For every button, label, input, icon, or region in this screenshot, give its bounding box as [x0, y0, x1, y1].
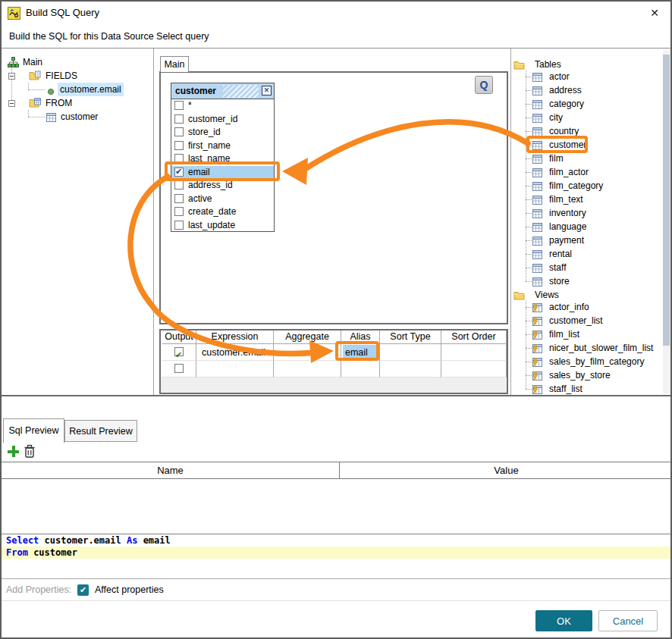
- sql-line-2[interactable]: From customer: [2, 547, 672, 559]
- view-label-actor_info[interactable]: actor_info: [549, 300, 589, 314]
- column-divider[interactable]: [339, 462, 340, 479]
- tree-item-table-actor[interactable]: actor: [511, 70, 663, 83]
- grid-header-sort-type[interactable]: Sort Type: [380, 330, 441, 344]
- tree-item-table-rental[interactable]: rental: [511, 247, 663, 261]
- view-label-nicer_but_slower_film_list[interactable]: nicer_but_slower_film_list: [549, 341, 653, 355]
- table-label-rental[interactable]: rental: [549, 247, 572, 261]
- grid-header-expression[interactable]: Expression: [196, 330, 274, 344]
- card-column-first_name[interactable]: first_name: [171, 139, 274, 153]
- properties-table-body[interactable]: [2, 479, 672, 532]
- schema-scrollbar[interactable]: [663, 50, 671, 393]
- grid-cell[interactable]: [380, 344, 441, 361]
- tree-item-table-store[interactable]: store: [511, 274, 663, 288]
- column-checkbox-last_name[interactable]: [174, 154, 184, 163]
- tab-main[interactable]: Main: [160, 56, 189, 72]
- output-checkbox-row2[interactable]: [174, 364, 184, 373]
- cancel-button[interactable]: Cancel: [598, 610, 658, 631]
- grid-cell[interactable]: [341, 361, 380, 377]
- card-column-last_update[interactable]: last_update: [171, 219, 274, 233]
- sql-line-1[interactable]: Select customer.email As email: [2, 534, 672, 547]
- tab-result-preview[interactable]: Result Preview: [64, 420, 137, 442]
- column-checkbox-email[interactable]: [174, 168, 184, 177]
- table-label-payment[interactable]: payment: [549, 233, 584, 247]
- column-checkbox-star[interactable]: [174, 101, 184, 110]
- grid-cell[interactable]: [162, 361, 196, 377]
- tree-item-table-country[interactable]: country: [511, 124, 663, 138]
- column-checkbox-customer_id[interactable]: [174, 114, 184, 124]
- table-label-country[interactable]: country: [549, 124, 579, 138]
- card-column-store_id[interactable]: store_id: [171, 126, 274, 139]
- column-checkbox-store_id[interactable]: [174, 127, 184, 136]
- card-column-customer_id[interactable]: customer_id: [171, 113, 274, 127]
- output-checkbox-row1[interactable]: [174, 347, 184, 356]
- sql-preview-editor[interactable]: Select customer.email As emailFrom custo…: [2, 534, 672, 579]
- schema-scrollbar-thumb[interactable]: [663, 55, 670, 346]
- grid-cell[interactable]: [441, 344, 507, 361]
- tree-item-table-inventory[interactable]: inventory: [511, 206, 663, 220]
- view-label-customer_list[interactable]: customer_list: [549, 314, 603, 327]
- tree-item-table-film_category[interactable]: film_category: [511, 179, 663, 193]
- view-label-film_list[interactable]: film_list: [549, 327, 579, 341]
- tree-item-view-actor_info[interactable]: actor_info: [511, 300, 663, 314]
- view-label-sales_by_film_category[interactable]: sales_by_film_category: [549, 355, 644, 368]
- grid-header-sort-order[interactable]: Sort Order: [441, 330, 507, 344]
- card-column-address_id[interactable]: address_id: [171, 179, 274, 193]
- table-label-city[interactable]: city: [549, 111, 563, 124]
- tree-item-from-customer[interactable]: customer: [3, 110, 147, 124]
- table-label-actor[interactable]: actor: [549, 70, 570, 83]
- grid-cell[interactable]: [274, 361, 341, 377]
- tree-item-view-sales_by_store[interactable]: sales_by_store: [511, 368, 663, 382]
- tree-item-from-customer-label[interactable]: customer: [61, 110, 98, 124]
- table-label-language[interactable]: language: [549, 220, 586, 233]
- column-checkbox-last_update[interactable]: [174, 221, 184, 230]
- card-column-create_date[interactable]: create_date: [171, 205, 274, 219]
- ok-button[interactable]: OK: [535, 610, 592, 631]
- tree-item-table-city[interactable]: city: [511, 111, 663, 124]
- card-column-star[interactable]: *: [171, 99, 274, 113]
- column-checkbox-first_name[interactable]: [174, 141, 184, 150]
- alias-cell-value[interactable]: email: [343, 345, 379, 361]
- tree-item-fields[interactable]: FIELDS: [3, 69, 147, 83]
- table-label-store[interactable]: store: [549, 274, 570, 288]
- affect-properties-checkbox[interactable]: ✔: [77, 584, 89, 596]
- query-zoom-button[interactable]: Q: [475, 76, 493, 94]
- grid-cell[interactable]: [196, 361, 274, 377]
- tree-item-main[interactable]: Main: [3, 55, 147, 69]
- tree-item-table-language[interactable]: language: [511, 220, 663, 233]
- view-label-sales_by_store[interactable]: sales_by_store: [549, 368, 611, 382]
- tree-item-table-film[interactable]: film: [511, 152, 663, 165]
- card-close-icon[interactable]: ✕: [262, 86, 272, 96]
- grid-cell[interactable]: [274, 344, 341, 361]
- table-label-address[interactable]: address: [549, 83, 582, 97]
- tree-item-table-customer[interactable]: customer: [511, 138, 663, 152]
- tree-item-customer-email[interactable]: customer.email: [3, 83, 147, 96]
- grid-header-alias[interactable]: Alias: [341, 330, 380, 344]
- grid-cell[interactable]: [162, 344, 196, 361]
- tree-item-table-film_actor[interactable]: film_actor: [511, 165, 663, 179]
- table-label-category[interactable]: category: [549, 97, 584, 111]
- view-label-staff_list[interactable]: staff_list: [549, 382, 583, 395]
- tree-item-view-film_list[interactable]: film_list: [511, 327, 663, 341]
- tree-item-from[interactable]: FROM: [3, 96, 147, 110]
- grid-header-output[interactable]: Output: [162, 330, 196, 344]
- card-column-active[interactable]: active: [171, 193, 274, 206]
- table-card-customer[interactable]: customer ✕ *customer_idstore_idfirst_nam…: [171, 83, 275, 232]
- table-card-header[interactable]: customer ✕: [171, 83, 274, 99]
- trash-icon[interactable]: [24, 444, 36, 458]
- tree-item-view-nicer_but_slower_film_list[interactable]: nicer_but_slower_film_list: [511, 341, 663, 355]
- table-label-film[interactable]: film: [549, 152, 564, 165]
- table-label-customer[interactable]: customer: [549, 138, 586, 152]
- card-column-last_name[interactable]: last_name: [171, 152, 274, 166]
- tree-item-view-staff_list[interactable]: staff_list: [511, 382, 663, 395]
- table-label-staff[interactable]: staff: [549, 261, 566, 274]
- tree-item-table-address[interactable]: address: [511, 83, 663, 97]
- grid-header-aggregate[interactable]: Aggregate: [274, 330, 341, 344]
- left-splitter[interactable]: [153, 49, 154, 396]
- table-label-film_actor[interactable]: film_actor: [549, 165, 589, 179]
- column-checkbox-address_id[interactable]: [174, 180, 184, 190]
- tree-item-customer-email-label[interactable]: customer.email: [58, 83, 124, 96]
- tree-item-view-sales_by_film_category[interactable]: sales_by_film_category: [511, 355, 663, 368]
- tree-item-view-customer_list[interactable]: customer_list: [511, 314, 663, 327]
- tree-item-table-staff[interactable]: staff: [511, 261, 663, 274]
- card-column-email[interactable]: email: [171, 166, 274, 180]
